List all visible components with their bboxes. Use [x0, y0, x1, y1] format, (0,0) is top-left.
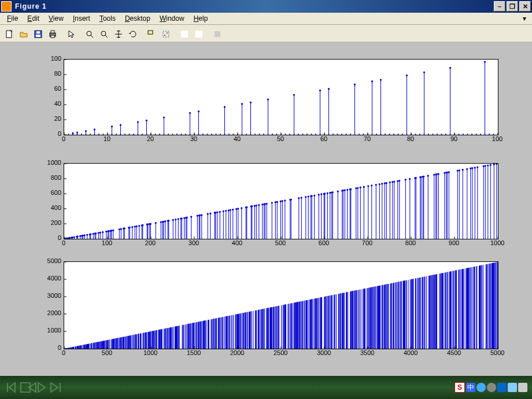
s-tray-icon[interactable]: S: [455, 382, 465, 393]
hide-button[interactable]: [210, 27, 224, 41]
svg-point-187: [90, 233, 91, 235]
colorbar-button[interactable]: [178, 27, 191, 41]
ytick-label: 3000: [40, 292, 61, 299]
svg-point-95: [250, 134, 252, 135]
svg-point-294: [363, 186, 365, 188]
menu-insert[interactable]: Insert: [68, 13, 95, 24]
media-glyphs: [5, 380, 74, 394]
svg-point-334: [487, 164, 489, 166]
svg-point-251: [246, 206, 247, 208]
svg-point-236: [207, 213, 209, 215]
dock-button[interactable]: [225, 27, 239, 41]
menu-tools[interactable]: Tools: [95, 13, 120, 24]
ime-icon[interactable]: 中: [466, 383, 475, 392]
svg-point-60: [98, 134, 99, 135]
svg-point-207: [134, 226, 136, 227]
pointer-button[interactable]: [64, 27, 78, 41]
gear-icon[interactable]: [518, 383, 527, 392]
svg-line-8: [91, 35, 93, 38]
xtick-label: 4500: [447, 349, 461, 356]
svg-point-288: [346, 189, 348, 191]
svg-point-225: [178, 218, 179, 220]
svg-point-213: [147, 223, 149, 225]
svg-point-330: [474, 167, 476, 168]
subplot-1[interactable]: [64, 59, 498, 135]
zoom-in-button[interactable]: [83, 27, 97, 41]
svg-point-220: [164, 220, 166, 222]
dot-icon[interactable]: [487, 383, 496, 392]
ytick-label: 1000: [40, 159, 61, 166]
svg-point-148: [480, 134, 481, 135]
pan-button[interactable]: [112, 27, 125, 41]
print-button[interactable]: [46, 27, 60, 41]
data-cursor-button[interactable]: [145, 27, 158, 41]
svg-point-123: [372, 134, 373, 135]
xtick-label: 20: [143, 135, 157, 142]
svg-point-314: [423, 176, 424, 178]
xtick-label: 10: [100, 135, 114, 142]
svg-point-143: [459, 134, 460, 135]
save-button[interactable]: [31, 27, 45, 41]
menu-edit[interactable]: Edit: [23, 13, 44, 24]
svg-point-90: [228, 134, 230, 135]
svg-point-271: [305, 196, 306, 198]
svg-point-124: [376, 134, 377, 135]
zoom-out-button[interactable]: [97, 27, 111, 41]
svg-point-43: [293, 94, 295, 96]
svg-point-208: [136, 226, 138, 227]
ytick-label: 20: [40, 115, 61, 122]
svg-point-89: [224, 134, 226, 135]
rotate-button[interactable]: [126, 27, 140, 41]
open-button[interactable]: [17, 27, 31, 41]
svg-point-121: [363, 134, 364, 135]
svg-point-259: [264, 203, 266, 205]
svg-point-38: [198, 110, 200, 112]
menu-overflow-icon[interactable]: ▾: [519, 14, 530, 23]
svg-point-47: [371, 80, 373, 82]
svg-point-280: [327, 192, 328, 194]
minimize-button[interactable]: –: [494, 1, 505, 12]
menu-desktop[interactable]: Desktop: [120, 13, 155, 24]
svg-point-242: [223, 210, 224, 212]
svg-point-287: [344, 189, 346, 191]
ytick-label: 2000: [40, 309, 61, 316]
svg-point-323: [448, 171, 450, 173]
ytick-label: 800: [40, 174, 61, 181]
subplot-3[interactable]: [64, 261, 498, 349]
title-bar[interactable]: Figure 1 – ❐ ✕: [0, 0, 532, 13]
xtick-label: 50: [274, 135, 287, 142]
svg-point-257: [261, 204, 263, 205]
svg-point-324: [457, 169, 459, 171]
svg-point-329: [471, 167, 473, 169]
grid-icon[interactable]: [497, 383, 507, 392]
svg-point-192: [99, 232, 101, 234]
menu-file[interactable]: File: [2, 13, 23, 24]
new-button[interactable]: [2, 27, 16, 41]
brush-button[interactable]: [159, 27, 173, 41]
svg-rect-3: [36, 31, 40, 34]
moon-icon[interactable]: [476, 383, 486, 392]
svg-rect-0: [6, 31, 12, 38]
subplot-2[interactable]: [64, 163, 498, 239]
maximize-button[interactable]: ❐: [507, 1, 518, 12]
svg-point-85: [207, 134, 208, 135]
svg-point-297: [375, 184, 377, 186]
menu-view[interactable]: View: [44, 13, 68, 24]
svg-point-245: [230, 209, 231, 211]
svg-point-240: [216, 212, 218, 213]
svg-point-262: [275, 201, 276, 203]
svg-point-291: [355, 187, 357, 189]
svg-point-185: [86, 234, 88, 236]
user-icon[interactable]: [508, 383, 517, 392]
xtick-label: 300: [187, 239, 201, 246]
menu-window[interactable]: Window: [155, 13, 189, 24]
close-button[interactable]: ✕: [519, 1, 531, 12]
svg-point-141: [450, 134, 451, 135]
svg-point-227: [181, 217, 183, 219]
legend-button[interactable]: [192, 27, 206, 41]
xtick-label: 1000: [490, 239, 504, 246]
svg-point-277: [320, 193, 322, 195]
ytick-label: 400: [40, 204, 61, 211]
svg-point-331: [476, 167, 478, 168]
menu-help[interactable]: Help: [189, 13, 213, 24]
